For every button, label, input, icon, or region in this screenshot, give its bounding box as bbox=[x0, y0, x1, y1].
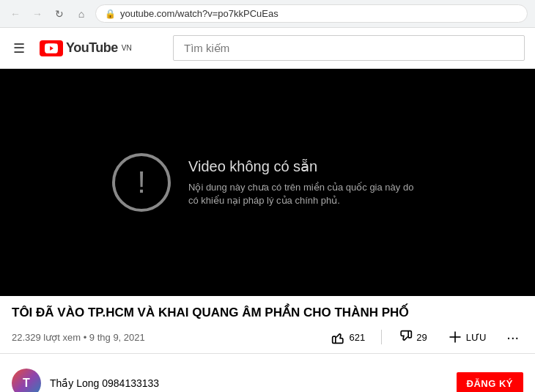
video-actions: 621 29 LƯU ··· bbox=[327, 327, 523, 347]
browser-nav: ← → ↻ ⌂ 🔒 youtube.com/watch?v=po7kkPCuEa… bbox=[0, 0, 535, 27]
channel-name[interactable]: Thầy Long 0984133133 bbox=[50, 377, 159, 389]
youtube-vn-badge: VN bbox=[122, 44, 132, 52]
dislike-icon bbox=[398, 330, 413, 344]
main-content: ! Video không có sẵn Nội dung này chưa c… bbox=[0, 69, 535, 392]
youtube-logo[interactable]: YouTubeVN bbox=[40, 40, 132, 56]
home-button[interactable]: ⌂ bbox=[73, 6, 89, 22]
search-container bbox=[173, 35, 525, 61]
unavailable-desc: Nội dung này chưa có trên miền của quốc … bbox=[188, 181, 423, 207]
youtube-logo-text: YouTube bbox=[66, 40, 118, 56]
unavailable-text: Video không có sẵn Nội dung này chưa có … bbox=[188, 158, 423, 207]
refresh-button[interactable]: ↻ bbox=[51, 6, 67, 22]
back-button[interactable]: ← bbox=[7, 6, 23, 22]
forward-button[interactable]: → bbox=[29, 6, 45, 22]
unavailable-icon: ! bbox=[112, 153, 171, 212]
save-button[interactable]: LƯU bbox=[443, 327, 491, 347]
unavailable-container: ! Video không có sẵn Nội dung này chưa c… bbox=[112, 153, 423, 212]
like-dislike-divider bbox=[381, 330, 382, 344]
meta-divider bbox=[0, 353, 535, 354]
lock-icon: 🔒 bbox=[105, 9, 116, 19]
upload-date: 9 thg 9, 2021 bbox=[89, 332, 145, 343]
like-count: 621 bbox=[350, 332, 366, 343]
url-text: youtube.com/watch?v=po7kkPCuEas bbox=[120, 8, 278, 19]
stats-dot: • bbox=[84, 332, 87, 343]
unavailable-title: Video không có sẵn bbox=[188, 158, 423, 175]
view-count: 22.329 lượt xem bbox=[12, 332, 81, 343]
video-stats: 22.329 lượt xem • 9 thg 9, 2021 bbox=[12, 332, 145, 343]
subscribe-button[interactable]: ĐĂNG KÝ bbox=[457, 372, 523, 392]
youtube-header: ☰ YouTubeVN bbox=[0, 28, 535, 69]
like-icon bbox=[331, 330, 346, 344]
dislike-button[interactable]: 29 bbox=[394, 327, 431, 347]
video-player: ! Video không có sẵn Nội dung này chưa c… bbox=[0, 69, 535, 296]
video-meta-row: 22.329 lượt xem • 9 thg 9, 2021 621 29 bbox=[12, 327, 523, 347]
youtube-play-icon bbox=[45, 43, 58, 53]
more-button[interactable]: ··· bbox=[502, 328, 523, 347]
browser-chrome: ← → ↻ ⌂ 🔒 youtube.com/watch?v=po7kkPCuEa… bbox=[0, 0, 535, 28]
search-input[interactable] bbox=[173, 35, 525, 61]
save-label: LƯU bbox=[466, 332, 487, 343]
video-title: TÔI ĐÃ VÀO TP.HCM VÀ KHAI QUANG ÂM PHẦN … bbox=[12, 305, 523, 321]
avatar-initials: T bbox=[23, 377, 30, 390]
dislike-count: 29 bbox=[416, 332, 427, 343]
like-button[interactable]: 621 bbox=[327, 327, 370, 347]
save-icon bbox=[448, 330, 462, 344]
youtube-logo-icon bbox=[40, 40, 63, 56]
address-bar[interactable]: 🔒 youtube.com/watch?v=po7kkPCuEas bbox=[95, 4, 528, 23]
channel-row: T Thầy Long 0984133133 ĐĂNG KÝ bbox=[0, 360, 535, 392]
hamburger-menu[interactable]: ☰ bbox=[10, 37, 28, 59]
video-info: TÔI ĐÃ VÀO TP.HCM VÀ KHAI QUANG ÂM PHẦN … bbox=[0, 296, 535, 360]
channel-avatar: T bbox=[12, 369, 41, 392]
